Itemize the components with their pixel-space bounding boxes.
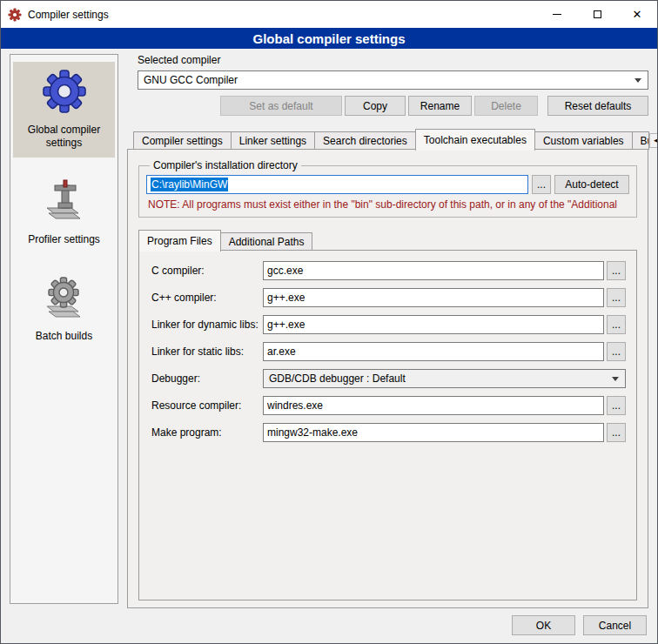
cpp-compiler-row: C++ compiler: g++.exe ... [151, 288, 626, 307]
chevron-down-icon [612, 377, 619, 381]
reset-defaults-button[interactable]: Reset defaults [547, 96, 648, 116]
installation-directory-legend: Compiler's installation directory [150, 159, 301, 171]
cpp-compiler-label: C++ compiler: [151, 292, 263, 304]
dynamic-linker-row: Linker for dynamic libs: g++.exe ... [151, 315, 626, 334]
compiler-actions: Set as default Copy Rename Delete Reset … [138, 96, 648, 116]
static-linker-row: Linker for static libs: ar.exe ... [151, 342, 626, 361]
dynamic-linker-label: Linker for dynamic libs: [151, 319, 263, 331]
tab-linker-settings[interactable]: Linker settings [231, 131, 315, 150]
cpp-compiler-browse-button[interactable]: ... [607, 288, 626, 307]
installation-directory-group: Compiler's installation directory C:\ray… [138, 159, 637, 218]
tab-search-directories[interactable]: Search directories [314, 131, 416, 150]
toolchain-executables-page: Compiler's installation directory C:\ray… [127, 149, 648, 608]
c-compiler-row: C compiler: gcc.exe ... [151, 261, 626, 280]
selected-compiler-value: GNU GCC Compiler [144, 74, 238, 86]
program-files-tabstrip: Program Files Additional Paths [138, 229, 641, 251]
tab-compiler-settings[interactable]: Compiler settings [133, 131, 232, 150]
dynamic-linker-browse-button[interactable]: ... [607, 315, 626, 334]
ok-button[interactable]: OK [512, 615, 575, 635]
debugger-dropdown[interactable]: GDB/CDB debugger : Default [263, 369, 626, 388]
dialog-body: Global compiler settings Profiler settin [1, 49, 657, 608]
tab-toolchain-executables[interactable]: Toolchain executables [415, 129, 535, 151]
make-program-input[interactable]: mingw32-make.exe [263, 423, 604, 442]
resource-compiler-row: Resource compiler: windres.exe ... [151, 396, 626, 415]
cancel-button[interactable]: Cancel [583, 615, 647, 635]
make-program-label: Make program: [151, 426, 263, 439]
arrow-left-icon: ◄ [653, 137, 658, 144]
debugger-label: Debugger: [151, 372, 263, 385]
close-icon: ✕ [633, 9, 642, 20]
dialog-footer: OK Cancel [1, 608, 657, 643]
program-files-panel: C compiler: gcc.exe ... C++ compiler: g+… [138, 250, 637, 600]
sidebar-item-label: Batch builds [36, 330, 92, 343]
c-compiler-label: C compiler: [151, 265, 263, 277]
blue-gear-icon [42, 69, 87, 114]
cpp-compiler-input[interactable]: g++.exe [263, 288, 604, 307]
tab-custom-variables[interactable]: Custom variables [534, 131, 633, 150]
static-linker-input[interactable]: ar.exe [263, 342, 604, 361]
set-as-default-button: Set as default [220, 96, 342, 116]
resource-compiler-label: Resource compiler: [151, 399, 263, 412]
installation-directory-selected-text: C:\raylib\MinGW [151, 178, 228, 191]
compiler-settings-dialog: Compiler settings ✕ Global compiler sett… [0, 0, 658, 644]
bin-subdirectory-note: NOTE: All programs must exist either in … [148, 198, 629, 211]
selected-compiler-label: Selected compiler [138, 54, 648, 66]
delete-button: Delete [474, 96, 538, 116]
main-panel: Selected compiler GNU GCC Compiler Set a… [127, 54, 648, 608]
auto-detect-button[interactable]: Auto-detect [554, 175, 629, 194]
section-header: Global compiler settings [1, 28, 657, 49]
settings-sidebar: Global compiler settings Profiler settin [10, 54, 118, 604]
installation-directory-input[interactable]: C:\raylib\MinGW [146, 175, 528, 194]
sidebar-item-profiler-settings[interactable]: Profiler settings [13, 171, 115, 254]
debugger-row: Debugger: GDB/CDB debugger : Default [151, 369, 626, 388]
sidebar-item-batch-builds[interactable]: Batch builds [13, 268, 115, 351]
sidebar-item-label: Profiler settings [28, 233, 100, 246]
installation-directory-row: C:\raylib\MinGW ... Auto-detect [146, 175, 629, 194]
tab-scroll-left-button[interactable]: ◄ [649, 133, 658, 148]
tab-scrollers: ◄ ► [649, 133, 658, 148]
resource-compiler-browse-button[interactable]: ... [607, 396, 626, 415]
maximize-button[interactable] [577, 1, 617, 28]
close-button[interactable]: ✕ [617, 1, 657, 28]
static-linker-browse-button[interactable]: ... [607, 342, 626, 361]
maximize-icon [594, 10, 601, 18]
window-title: Compiler settings [28, 9, 109, 21]
settings-tabstrip: Compiler settings Linker settings Search… [133, 128, 648, 150]
gray-gears-icon [42, 275, 87, 320]
sidebar-item-label: Global compiler settings [15, 124, 113, 150]
tab-build[interactable]: Build [632, 131, 649, 150]
titlebar: Compiler settings ✕ [1, 1, 657, 28]
make-program-row: Make program: mingw32-make.exe ... [151, 423, 626, 442]
make-program-browse-button[interactable]: ... [607, 423, 626, 442]
installation-directory-browse-button[interactable]: ... [532, 175, 551, 194]
c-compiler-browse-button[interactable]: ... [607, 261, 626, 280]
rename-button[interactable]: Rename [408, 96, 472, 116]
dynamic-linker-input[interactable]: g++.exe [263, 315, 604, 334]
c-compiler-input[interactable]: gcc.exe [263, 261, 604, 280]
chevron-down-icon [634, 78, 641, 83]
static-linker-label: Linker for static libs: [151, 345, 263, 358]
copy-button[interactable]: Copy [345, 96, 406, 116]
minimize-button[interactable] [537, 1, 577, 28]
subtab-additional-paths[interactable]: Additional Paths [220, 232, 313, 251]
window-controls: ✕ [537, 1, 657, 28]
minimize-icon [553, 14, 561, 15]
sidebar-item-global-compiler-settings[interactable]: Global compiler settings [13, 62, 115, 158]
subtab-program-files[interactable]: Program Files [138, 230, 221, 252]
resource-compiler-input[interactable]: windres.exe [263, 396, 604, 415]
profiler-tool-icon [42, 178, 87, 224]
debugger-value: GDB/CDB debugger : Default [269, 372, 406, 385]
app-icon [8, 8, 22, 22]
selected-compiler-dropdown[interactable]: GNU GCC Compiler [138, 70, 648, 90]
